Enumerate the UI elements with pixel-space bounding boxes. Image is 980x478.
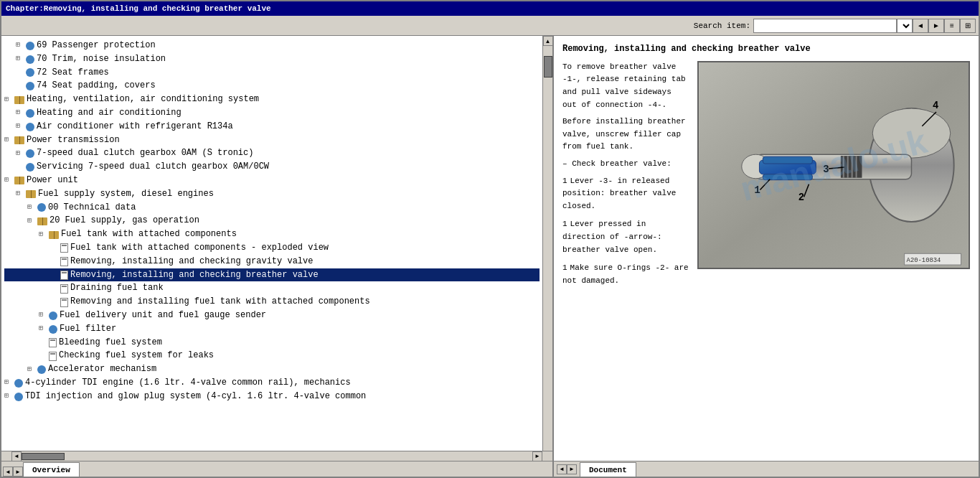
book-icon (14, 136, 24, 144)
tree-item[interactable]: Servicing 7-speed dual clutch gearbox 0A… (4, 160, 540, 174)
page-icon (60, 298, 68, 307)
expand-icon[interactable]: ⊞ (27, 202, 36, 212)
expand-icon[interactable]: ⊞ (39, 230, 47, 240)
doc-area[interactable]: Removing, installing and checking breath… (554, 36, 979, 461)
tree-item[interactable]: Removing, installing and checking gravit… (4, 255, 540, 268)
tab-overview[interactable]: Overview (23, 462, 80, 477)
tab-document[interactable]: Document (580, 462, 636, 477)
tree-item-label: 72 Seat frames (37, 67, 109, 79)
tree-item[interactable]: ⊞Fuel filter (4, 322, 540, 336)
tree-item[interactable]: ⊞Heating and air conditioning (4, 106, 540, 120)
tree-item[interactable]: ⊞7-speed dual clutch gearbox 0AM (S tron… (4, 146, 540, 160)
tree-item[interactable]: ⊞TDI injection and glow plug system (4-c… (4, 390, 540, 403)
book-icon (37, 217, 47, 225)
page-icon (60, 257, 68, 266)
right-tabs: ◄ ► Document (554, 461, 979, 477)
left-hscrollbar[interactable]: ◄ ► (1, 451, 552, 461)
expand-icon[interactable]: ⊞ (39, 324, 47, 334)
tree-item[interactable]: Checking fuel system for leaks (4, 349, 540, 362)
tree-item[interactable]: ⊞4-cylinder TDI engine (1.6 ltr. 4-valve… (4, 376, 540, 390)
tree-item[interactable]: ⊞00 Technical data (4, 201, 540, 215)
tree-item[interactable]: ⊞70 Trim, noise insulation (4, 52, 540, 66)
expand-icon[interactable]: ⊞ (16, 121, 24, 131)
hscroll-thumb[interactable] (22, 453, 65, 460)
tree-item[interactable]: Removing and installing fuel tank with a… (4, 295, 540, 309)
tree-item-label: Accelerator mechanism (48, 363, 156, 375)
tree-item[interactable]: 72 Seat frames (4, 66, 540, 80)
left-content: ⊞69 Passenger protection⊞70 Trim, noise … (1, 36, 552, 451)
tree-item-label: Removing, installing and checking breath… (70, 269, 319, 281)
diamond-icon (26, 149, 34, 158)
doc-title: Removing, installing and checking breath… (562, 43, 970, 55)
label-2: 2 (798, 192, 804, 203)
right-nav: ◄ ► (554, 461, 580, 477)
vscroll-thumb[interactable] (544, 56, 552, 78)
expand-icon[interactable]: ⊞ (16, 40, 24, 50)
toolbar-menu-button[interactable]: ≡ (944, 19, 960, 33)
diamond-icon (26, 68, 34, 77)
expand-icon[interactable]: ⊞ (39, 310, 47, 320)
tree-area[interactable]: ⊞69 Passenger protection⊞70 Trim, noise … (1, 36, 542, 451)
toolbar: Search item: ◄ ► ≡ ⊞ (1, 16, 979, 36)
toolbar-extra-button[interactable]: ⊞ (960, 19, 976, 33)
expand-icon[interactable]: ⊞ (16, 189, 24, 199)
expand-icon[interactable]: ⊞ (27, 216, 36, 226)
search-prev-button[interactable]: ◄ (913, 19, 928, 33)
search-input[interactable] (753, 19, 897, 33)
tab-nav-right[interactable]: ► (13, 467, 23, 477)
diamond-icon (37, 365, 46, 374)
search-dropdown[interactable] (897, 19, 913, 33)
mechanical-diagram: 1 2 3 4 A20-108 (699, 62, 969, 268)
tree-item[interactable]: ⊞Heating, ventilation, air conditioning … (4, 93, 540, 106)
tree-item[interactable]: Draining fuel tank (4, 281, 540, 295)
hscroll-right-button[interactable]: ► (532, 451, 542, 461)
expand-icon[interactable]: ⊞ (4, 135, 13, 145)
expand-icon[interactable]: ⊞ (4, 391, 13, 401)
tree-item-label: Air conditioner with refrigerant R134a (37, 121, 233, 133)
page-icon (60, 284, 68, 294)
expand-icon[interactable]: ⊞ (27, 365, 36, 375)
tree-item-label: Servicing 7-speed dual clutch gearbox 0A… (37, 161, 269, 173)
expand-icon[interactable]: ⊞ (4, 175, 13, 185)
doc-para-1: To remove breather valve -1-, release re… (562, 61, 689, 111)
label-3: 3 (823, 164, 829, 175)
tree-item[interactable]: ⊞Accelerator mechanism (4, 362, 540, 376)
tree-item[interactable]: ⊞69 Passenger protection (4, 39, 540, 52)
tree-item[interactable]: Removing, installing and checking breath… (4, 268, 540, 282)
left-nav-arrows: ◄ ► (3, 467, 23, 477)
diamond-icon (14, 379, 23, 388)
expand-icon[interactable]: ⊞ (16, 149, 24, 159)
expand-icon[interactable]: ⊞ (16, 108, 24, 118)
right-tab-nav-right[interactable]: ► (567, 464, 577, 474)
tab-nav-left[interactable]: ◄ (3, 467, 13, 477)
search-next-button[interactable]: ► (928, 19, 944, 33)
diamond-icon (26, 55, 34, 64)
tree-item[interactable]: ⊞Air conditioner with refrigerant R134a (4, 120, 540, 133)
vscroll-up-button[interactable]: ▲ (543, 36, 553, 46)
tree-item[interactable]: ⊞Power unit (4, 174, 540, 187)
doc-text: To remove breather valve -1-, release re… (562, 61, 689, 292)
expand-icon[interactable]: ⊞ (4, 95, 13, 105)
tree-item-label: 70 Trim, noise insulation (37, 53, 166, 65)
tree-item[interactable]: ⊞Fuel tank with attached components (4, 228, 540, 241)
right-tab-nav-left[interactable]: ◄ (557, 464, 567, 474)
tree-item[interactable]: ⊞Fuel delivery unit and fuel gauge sende… (4, 309, 540, 322)
main-window: Chapter:Removing, installing and checkin… (0, 0, 980, 478)
left-vscrollbar[interactable]: ▲ (542, 36, 552, 451)
tree-item-label: Fuel filter (60, 323, 116, 335)
tree-item[interactable]: Bleeding fuel system (4, 336, 540, 350)
tree-item[interactable]: ⊞Fuel supply system, diesel engines (4, 187, 540, 201)
tree-item[interactable]: ⊞Power transmission (4, 133, 540, 147)
tree-item[interactable]: Fuel tank with attached components - exp… (4, 241, 540, 255)
expand-icon[interactable]: ⊞ (16, 54, 24, 64)
tree-item-label: 20 Fuel supply, gas operation (50, 215, 199, 227)
tree-item[interactable]: ⊞20 Fuel supply, gas operation (4, 214, 540, 228)
tree-item[interactable]: 74 Seat padding, covers (4, 79, 540, 93)
book-icon (14, 177, 24, 184)
tree-item-label: 00 Technical data (48, 202, 136, 214)
hscroll-left-button[interactable]: ◄ (11, 451, 22, 461)
doc-para-6: 1 Make sure O-rings -2- are not damaged. (562, 262, 689, 287)
expand-icon[interactable]: ⊞ (4, 378, 13, 388)
book-icon (14, 96, 24, 104)
diamond-icon (49, 325, 57, 334)
